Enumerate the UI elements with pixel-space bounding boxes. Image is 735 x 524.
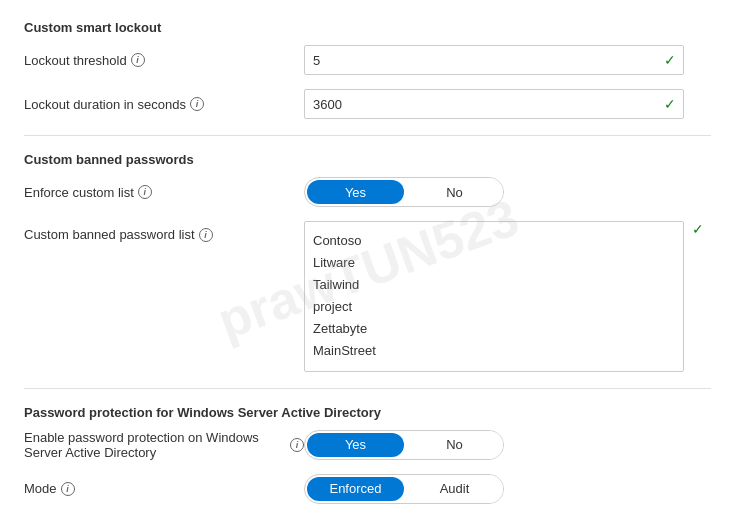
section-title-password-protection: Password protection for Windows Server A… xyxy=(24,405,711,420)
custom-smart-lockout-section: Custom smart lockout Lockout threshold i… xyxy=(24,20,711,119)
mode-row: Mode i Enforced Audit xyxy=(24,474,711,504)
enforce-custom-list-yes[interactable]: Yes xyxy=(307,180,404,204)
divider-2 xyxy=(24,388,711,389)
list-item-zettabyte: Zettabyte xyxy=(313,318,675,340)
lockout-duration-input-col: ✓ xyxy=(304,89,711,119)
lockout-threshold-check-icon: ✓ xyxy=(664,52,676,68)
custom-banned-list-row: Custom banned password list i Contoso Li… xyxy=(24,221,711,372)
custom-banned-passwords-section: Custom banned passwords Enforce custom l… xyxy=(24,152,711,372)
lockout-duration-input-wrapper: ✓ xyxy=(304,89,684,119)
enable-protection-no[interactable]: No xyxy=(406,431,503,459)
lockout-threshold-label: Lockout threshold xyxy=(24,53,127,68)
custom-banned-list-info-icon[interactable]: i xyxy=(199,228,213,242)
enable-protection-row: Enable password protection on Windows Se… xyxy=(24,430,711,460)
mode-info-icon[interactable]: i xyxy=(61,482,75,496)
lockout-threshold-input-col: ✓ xyxy=(304,45,711,75)
enforce-custom-list-no[interactable]: No xyxy=(406,178,503,206)
section-title-banned-passwords: Custom banned passwords xyxy=(24,152,711,167)
lockout-threshold-row: Lockout threshold i ✓ xyxy=(24,45,711,75)
enable-protection-info-icon[interactable]: i xyxy=(290,438,304,452)
list-item-mainstreet: MainStreet xyxy=(313,340,675,362)
enforce-custom-list-input-col: Yes No xyxy=(304,177,711,207)
lockout-threshold-input-wrapper: ✓ xyxy=(304,45,684,75)
custom-banned-list-label-col: Custom banned password list i xyxy=(24,221,304,242)
lockout-threshold-input[interactable] xyxy=(304,45,684,75)
enforce-custom-list-row: Enforce custom list i Yes No xyxy=(24,177,711,207)
divider-1 xyxy=(24,135,711,136)
lockout-duration-label-col: Lockout duration in seconds i xyxy=(24,97,304,112)
lockout-duration-row: Lockout duration in seconds i ✓ xyxy=(24,89,711,119)
mode-label: Mode xyxy=(24,481,57,496)
lockout-duration-input[interactable] xyxy=(304,89,684,119)
lockout-duration-info-icon[interactable]: i xyxy=(190,97,204,111)
enable-protection-yes[interactable]: Yes xyxy=(307,433,404,457)
enforce-custom-list-label: Enforce custom list xyxy=(24,185,134,200)
mode-enforced[interactable]: Enforced xyxy=(307,477,404,501)
list-item-project: project xyxy=(313,296,675,318)
custom-banned-list-label: Custom banned password list xyxy=(24,227,195,242)
lockout-duration-check-icon: ✓ xyxy=(664,96,676,112)
enable-protection-label-col: Enable password protection on Windows Se… xyxy=(24,430,304,460)
lockout-threshold-info-icon[interactable]: i xyxy=(131,53,145,67)
enable-protection-toggle: Yes No xyxy=(304,430,504,460)
lockout-threshold-label-col: Lockout threshold i xyxy=(24,53,304,68)
lockout-duration-label: Lockout duration in seconds xyxy=(24,97,186,112)
list-item-contoso: Contoso xyxy=(313,230,675,252)
mode-input-col: Enforced Audit xyxy=(304,474,711,504)
mode-audit[interactable]: Audit xyxy=(406,475,503,503)
enforce-custom-list-label-col: Enforce custom list i xyxy=(24,185,304,200)
enable-protection-input-col: Yes No xyxy=(304,430,711,460)
enforce-custom-list-toggle: Yes No xyxy=(304,177,504,207)
mode-label-col: Mode i xyxy=(24,481,304,496)
enable-protection-label: Enable password protection on Windows Se… xyxy=(24,430,286,460)
section-title-smart-lockout: Custom smart lockout xyxy=(24,20,711,35)
custom-banned-list-box[interactable]: Contoso Litware Tailwind project Zettaby… xyxy=(304,221,684,372)
banned-list-check-icon: ✓ xyxy=(692,221,704,237)
custom-banned-list-input-col: Contoso Litware Tailwind project Zettaby… xyxy=(304,221,711,372)
custom-banned-list-box-wrapper: Contoso Litware Tailwind project Zettaby… xyxy=(304,221,684,372)
enforce-custom-list-info-icon[interactable]: i xyxy=(138,185,152,199)
mode-toggle: Enforced Audit xyxy=(304,474,504,504)
list-item-tailwind: Tailwind xyxy=(313,274,675,296)
list-item-litware: Litware xyxy=(313,252,675,274)
password-protection-section: Password protection for Windows Server A… xyxy=(24,405,711,504)
